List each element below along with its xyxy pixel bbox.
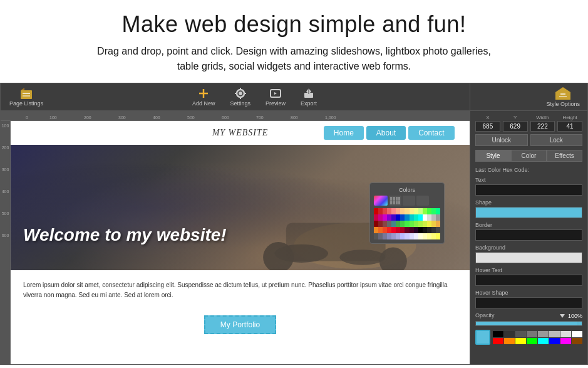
x-coord: X 685 — [475, 115, 500, 132]
border-color-input[interactable] — [475, 229, 582, 241]
border-prop-label: Border — [475, 222, 582, 228]
color-picker-title: Colors — [374, 187, 440, 193]
contact-nav-button[interactable]: Contact — [408, 126, 454, 140]
unlock-button[interactable]: Unlock — [475, 134, 528, 146]
svg-rect-2 — [23, 93, 30, 94]
hover-text-color-input[interactable] — [475, 275, 582, 286]
svg-rect-9 — [240, 97, 241, 99]
opacity-value: 100% — [568, 313, 582, 319]
background-color-input[interactable] — [475, 252, 582, 263]
svg-rect-8 — [240, 88, 241, 90]
last-color-label: Last Color Hex Code: — [475, 167, 582, 173]
site-logo: My Website — [170, 128, 311, 138]
swatch[interactable] — [504, 331, 515, 337]
svg-point-6 — [239, 92, 242, 95]
primary-color-swatch[interactable] — [475, 330, 490, 345]
color-picker-grid-tool[interactable] — [389, 196, 401, 206]
y-value[interactable]: 629 — [503, 121, 528, 132]
left-ruler: 100 200 300 400 500 600 — [1, 121, 11, 364]
swatch[interactable] — [549, 338, 560, 344]
swatch[interactable] — [538, 338, 549, 344]
shape-prop-label: Shape — [475, 199, 582, 206]
height-value[interactable]: 41 — [557, 121, 582, 132]
settings-label: Settings — [230, 100, 251, 107]
swatch[interactable] — [527, 331, 537, 337]
swatch[interactable] — [538, 331, 549, 337]
border-section: Border — [475, 222, 582, 241]
subheadline: Drag and drop, point and click. Design w… — [25, 44, 563, 74]
settings-button[interactable]: Settings — [228, 87, 254, 108]
last-color-section: Last Color Hex Code: — [475, 167, 582, 173]
preview-button[interactable]: Preview — [263, 87, 288, 108]
swatch[interactable] — [504, 338, 515, 344]
hover-shape-prop-label: Hover Shape — [475, 290, 582, 296]
svg-rect-3 — [23, 95, 30, 97]
portfolio-area: My Portfolio — [11, 310, 470, 339]
nav-buttons: Home About Contact — [318, 126, 460, 140]
style-options-icon — [555, 87, 570, 100]
hero-text: Welcome to my website! — [23, 225, 227, 245]
page-listings-icon — [19, 88, 33, 99]
color-picker-tool-3[interactable] — [403, 196, 415, 206]
portfolio-button[interactable]: My Portfolio — [204, 315, 276, 334]
swatch[interactable] — [515, 338, 526, 344]
hero-area: Welcome to my website! Colors — [11, 145, 470, 270]
hover-text-prop-label: Hover Text — [475, 267, 582, 273]
tabs-row: Style Color Effects — [475, 150, 582, 162]
text-color-input[interactable] — [475, 184, 582, 196]
swatch[interactable] — [493, 331, 503, 337]
left-panel: Page Listings Add New — [1, 83, 470, 364]
toolbar-center: Add New Settings — [190, 87, 319, 108]
add-new-button[interactable]: Add New — [190, 87, 218, 108]
right-toolbar: Style Options — [470, 83, 587, 111]
color-picker-popup[interactable]: Colors — [369, 182, 445, 244]
swatch[interactable] — [549, 331, 560, 337]
y-coord: Y 629 — [503, 115, 528, 132]
swatch[interactable] — [515, 331, 526, 337]
opacity-prop-label: Opacity — [475, 312, 495, 318]
right-panel: Style Options X 685 Y 629 Width 222 — [470, 83, 587, 364]
swatch[interactable] — [493, 338, 503, 344]
swatch[interactable] — [572, 331, 582, 337]
app-container: Page Listings Add New — [0, 83, 588, 365]
hover-text-section: Hover Text — [475, 267, 582, 286]
style-options-button[interactable]: Style Options — [544, 86, 582, 108]
hover-shape-color-input[interactable] — [475, 297, 582, 308]
style-tab[interactable]: Style — [475, 150, 511, 162]
preview-icon — [269, 88, 282, 99]
x-label: X — [475, 115, 500, 120]
toolbar-left: Page Listings — [7, 87, 46, 108]
home-nav-button[interactable]: Home — [324, 126, 364, 140]
color-picker-color-tool[interactable] — [374, 196, 388, 206]
content-text: Lorem ipsum dolor sit amet, consectetur … — [11, 270, 470, 310]
swatch[interactable] — [560, 331, 571, 337]
coord-row: X 685 Y 629 Width 222 Height 41 — [475, 115, 582, 132]
svg-rect-27 — [560, 93, 565, 95]
svg-rect-0 — [21, 90, 32, 99]
top-ruler: 0 100 200 300 400 500 600 700 800 1,000 — [1, 111, 470, 121]
x-value[interactable]: 685 — [475, 121, 500, 132]
export-label: Export — [301, 100, 317, 107]
opacity-down-icon — [559, 313, 565, 319]
style-options-label: Style Options — [546, 101, 580, 107]
swatch[interactable] — [527, 338, 537, 344]
width-value[interactable]: 222 — [530, 121, 555, 132]
website-preview[interactable]: My Website Home About Contact — [11, 121, 470, 364]
opacity-slider[interactable] — [475, 321, 582, 326]
swatch[interactable] — [560, 338, 571, 344]
canvas-area: 100 200 300 400 500 600 My Website Home … — [1, 121, 470, 364]
shape-color-input[interactable] — [475, 207, 582, 218]
export-button[interactable]: Export — [298, 87, 319, 108]
swatch[interactable] — [572, 338, 582, 344]
lock-button[interactable]: Lock — [530, 134, 583, 146]
color-tab[interactable]: Color — [511, 150, 547, 162]
about-nav-button[interactable]: About — [366, 126, 406, 140]
ruler-marks: 0 100 200 300 400 500 600 700 800 1,000 — [26, 111, 470, 120]
color-picker-tool-4[interactable] — [416, 196, 429, 206]
svg-rect-11 — [244, 93, 246, 94]
page-listings-label: Page Listings — [9, 100, 43, 107]
effects-tab[interactable]: Effects — [547, 150, 582, 162]
page-listings-button[interactable]: Page Listings — [7, 87, 46, 108]
y-label: Y — [503, 115, 528, 120]
svg-rect-10 — [235, 93, 237, 94]
